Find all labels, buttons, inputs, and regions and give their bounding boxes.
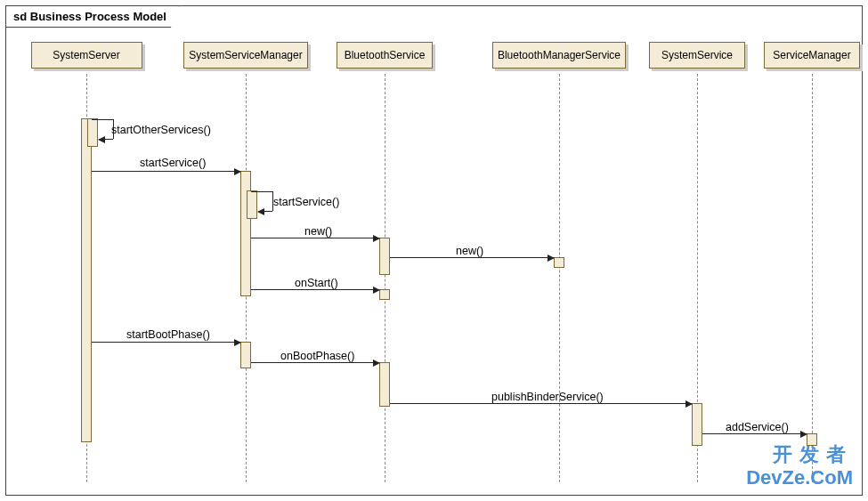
lifeline-ServiceManager: ServiceManager bbox=[764, 42, 860, 69]
activation-SystemServiceManager bbox=[247, 190, 257, 219]
message-arrow bbox=[390, 257, 554, 258]
message-label: publishBinderService() bbox=[491, 391, 604, 403]
activation-SystemServer bbox=[81, 118, 92, 442]
message-label: onBootPhase() bbox=[280, 350, 354, 362]
message-label: startService() bbox=[273, 196, 339, 208]
diagram-frame: sd Business Process Model SystemServerSy… bbox=[5, 5, 863, 496]
activation-BluetoothService bbox=[379, 238, 390, 275]
message-arrow bbox=[251, 289, 379, 290]
lifeline-SystemServer: SystemServer bbox=[31, 42, 142, 69]
lifeline-line-BluetoothManagerService bbox=[559, 74, 560, 482]
activation-SystemServiceManager bbox=[240, 342, 251, 368]
message-arrow bbox=[702, 433, 807, 434]
message-label: startOtherServices() bbox=[111, 124, 211, 136]
activation-BluetoothManagerService bbox=[554, 257, 564, 268]
message-label: new() bbox=[304, 225, 332, 238]
lifeline-BluetoothManagerService: BluetoothManagerService bbox=[492, 42, 626, 69]
message-arrow bbox=[92, 171, 240, 172]
lifeline-line-BluetoothService bbox=[385, 74, 385, 482]
activation-BluetoothService bbox=[379, 362, 390, 407]
message-label: addService() bbox=[726, 421, 789, 433]
message-label: startBootPhase() bbox=[126, 328, 210, 341]
message-label: onStart() bbox=[295, 277, 338, 289]
activation-SystemServer bbox=[87, 118, 98, 147]
lifeline-SystemService: SystemService bbox=[649, 42, 745, 69]
watermark-text-2: DevZe.CoM bbox=[746, 466, 853, 489]
activation-SystemService bbox=[692, 403, 702, 446]
message-arrow bbox=[390, 403, 692, 404]
lifeline-BluetoothService: BluetoothService bbox=[337, 42, 433, 69]
message-arrow bbox=[251, 362, 379, 363]
activation-ServiceManager bbox=[807, 433, 817, 446]
activation-BluetoothService bbox=[379, 289, 390, 300]
diagram-canvas: SystemServerSystemServiceManagerBluetoot… bbox=[6, 6, 862, 495]
message-arrow bbox=[92, 342, 240, 343]
lifeline-line-ServiceManager bbox=[812, 74, 813, 482]
lifeline-SystemServiceManager: SystemServiceManager bbox=[183, 42, 308, 69]
message-arrow bbox=[251, 238, 379, 238]
message-label: new() bbox=[456, 245, 483, 257]
message-label: startService() bbox=[140, 157, 206, 169]
